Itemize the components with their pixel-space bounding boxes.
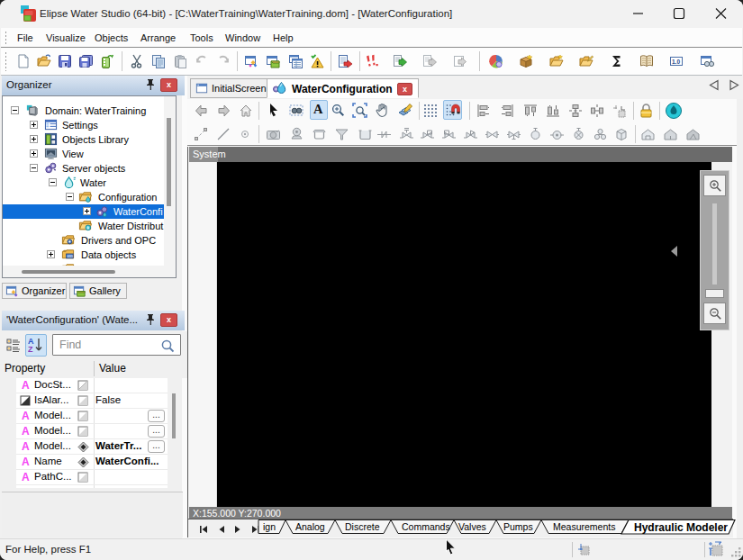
svg-text:Pumps: Pumps	[503, 521, 533, 532]
svg-text:Measurements: Measurements	[553, 521, 615, 532]
svg-text:1.0: 1.0	[672, 59, 680, 65]
svg-text:Commands: Commands	[402, 521, 450, 532]
svg-text:ign: ign	[263, 521, 276, 532]
svg-text:Valves: Valves	[458, 521, 486, 532]
svg-text:Hydraulic Modeler: Hydraulic Modeler	[634, 521, 728, 534]
svg-text:011: 011	[67, 254, 73, 258]
svg-text:Discrete: Discrete	[345, 521, 380, 532]
svg-text:Analog: Analog	[295, 521, 325, 532]
svg-text:Z: Z	[28, 345, 33, 354]
